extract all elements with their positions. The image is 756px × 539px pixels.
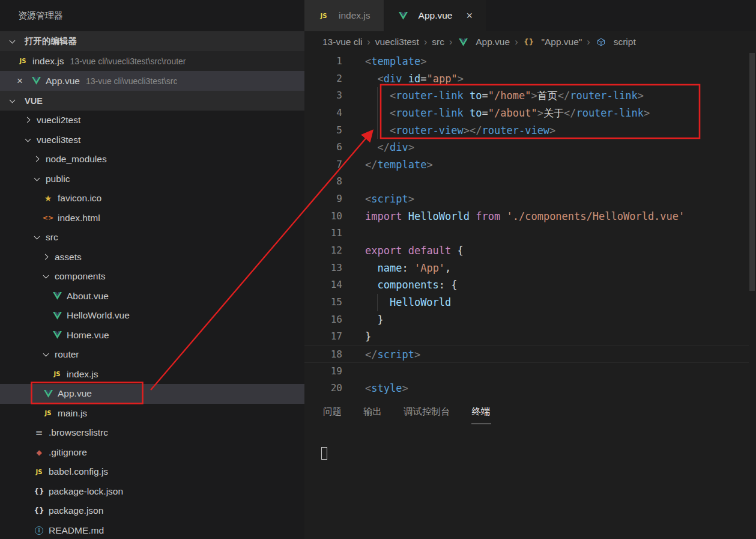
code-line[interactable]: 7</template> [304, 156, 749, 174]
list-icon: ≡ [33, 427, 45, 438]
code-line[interactable]: 6 </div> [304, 139, 749, 156]
tree-item-about-vue[interactable]: About.vue [0, 287, 304, 306]
breadcrumb-item-folder-13-vue-cli[interactable]: 13-vue cli [322, 37, 362, 47]
tree-item-assets[interactable]: assets [0, 248, 304, 267]
vue-icon [51, 291, 63, 302]
workspace-section-header[interactable]: VUE [0, 91, 304, 111]
code-editor[interactable]: 1<template>2 <div id="app">3 <router-lin… [304, 53, 749, 398]
tree-item-helloworld-vue[interactable]: HelloWorld.vue [0, 306, 304, 326]
line-number: 16 [304, 311, 342, 329]
code-text: <template> [365, 53, 426, 70]
tree-item-label: main.js [58, 408, 87, 419]
tree-item-readme-md[interactable]: iREADME.md [0, 521, 304, 539]
tree-item-home-vue[interactable]: Home.vue [0, 326, 304, 346]
code-line[interactable]: 19 [304, 363, 749, 380]
code-line[interactable]: 1<template> [304, 53, 749, 70]
code-line[interactable]: 14 components: { [304, 276, 749, 294]
tree-item-label: .browserslistrc [49, 427, 108, 438]
code-line[interactable]: 17} [304, 328, 749, 346]
tree-item-vuecli2test[interactable]: vuecli2test [0, 111, 304, 130]
tree-item-package-json[interactable]: {}package.json [0, 501, 304, 521]
breadcrumb-separator: › [424, 37, 427, 47]
tree-item-package-lock-json[interactable]: {}package-lock.json [0, 482, 304, 502]
code-line[interactable]: 20<style> [304, 380, 749, 397]
line-number: 19 [304, 363, 342, 380]
tree-item-label: router [55, 349, 79, 360]
code-text: <router-link to="/home">首页</router-link> [365, 87, 644, 105]
terminal-cursor [321, 447, 327, 460]
line-number: 15 [304, 294, 342, 311]
code-line[interactable]: 5 <router-view></router-view> [304, 122, 749, 139]
breadcrumb-label: vuecli3test [375, 37, 419, 47]
open-editor-item-index-js[interactable]: JSindex.js13-vue cli\vuecli3test\src\rou… [0, 51, 304, 71]
tree-item-node-modules[interactable]: node_modules [0, 150, 304, 169]
tree-item-index-html[interactable]: <>index.html [0, 209, 304, 228]
open-editors-header-label: 打开的编辑器 [25, 35, 77, 47]
line-number: 2 [304, 70, 342, 88]
line-number: 8 [304, 173, 342, 190]
code-line[interactable]: 12export default { [304, 242, 749, 260]
panel-tab-problems[interactable]: 问题 [322, 403, 342, 424]
code-line[interactable]: 9<script> [304, 190, 749, 208]
breadcrumb-label: App.vue [476, 37, 510, 47]
tree-item-src[interactable]: src [0, 228, 304, 248]
tree-item-app-vue[interactable]: App.vue [0, 384, 304, 404]
tree-item-babel-config-js[interactable]: JSbabel.config.js [0, 462, 304, 482]
breadcrumb-item-symbol-file[interactable]: {}"App.vue" [522, 37, 582, 47]
tree-item-label: package.json [49, 505, 103, 516]
breadcrumb-separator: › [587, 37, 590, 47]
breadcrumb-separator: › [449, 37, 452, 47]
tree-item-router[interactable]: router [0, 345, 304, 365]
tab-app-vue[interactable]: App.vue× [384, 0, 486, 31]
tree-item-label: index.html [58, 213, 100, 224]
tree-item-label: Home.vue [67, 330, 109, 341]
close-icon[interactable]: × [466, 10, 473, 22]
tree-item-components[interactable]: components [0, 267, 304, 287]
code-line[interactable]: 8 [304, 173, 749, 190]
code-line[interactable]: 11 [304, 225, 749, 242]
code-line[interactable]: 3 <router-link to="/home">首页</router-lin… [304, 87, 749, 105]
editor-scrollbar[interactable] [749, 53, 755, 291]
close-icon[interactable]: × [17, 75, 30, 87]
file-tree: vuecli2testvuecli3testnode_modulespublic… [0, 111, 304, 539]
code-text: } [365, 328, 371, 346]
json-icon: {} [33, 505, 45, 516]
line-number: 14 [304, 276, 342, 294]
panel-tab-output[interactable]: 输出 [363, 403, 383, 424]
code-line[interactable]: 10import HelloWorld from './components/H… [304, 208, 749, 225]
tree-item-favicon-ico[interactable]: ★favicon.ico [0, 189, 304, 209]
chevron-down-icon [24, 136, 34, 144]
breadcrumb-label: 13-vue cli [322, 37, 362, 47]
tree-item-label: About.vue [67, 291, 109, 302]
code-line[interactable]: 16 } [304, 311, 749, 329]
open-editor-item-app-vue[interactable]: ×App.vue13-vue cli\vuecli3test\src [0, 71, 304, 91]
breadcrumb-item-file-app-vue[interactable]: App.vue [457, 37, 510, 47]
js-icon: JS [17, 56, 29, 67]
code-line[interactable]: 18</script> [304, 346, 749, 363]
tree-item-vuecli3test[interactable]: vuecli3test [0, 130, 304, 150]
js-icon: JS [318, 10, 330, 21]
tab-index-js[interactable]: JSindex.js [304, 0, 384, 31]
info-icon: i [33, 525, 45, 536]
tree-item-public[interactable]: public [0, 169, 304, 189]
breadcrumb-item-folder-vuecli3test[interactable]: vuecli3test [375, 37, 419, 47]
code-line[interactable]: 13 name: 'App', [304, 260, 749, 277]
panel-tab-debug-console[interactable]: 调试控制台 [403, 403, 451, 424]
tree-item-gitignore[interactable]: ◆.gitignore [0, 443, 304, 463]
breadcrumb-item-folder-src[interactable]: src [432, 37, 444, 47]
tree-item-browserslistrc[interactable]: ≡.browserslistrc [0, 423, 304, 443]
code-line[interactable]: 4 <router-link to="/about">关于</router-li… [304, 105, 749, 122]
tree-item-label: .gitignore [49, 447, 87, 458]
code-line[interactable]: 15 HelloWorld [304, 294, 749, 311]
code-line[interactable]: 2 <div id="app"> [304, 70, 749, 88]
line-number: 10 [304, 208, 342, 225]
tree-item-label: vuecli3test [37, 135, 80, 145]
open-editors-section-header[interactable]: 打开的编辑器 [0, 31, 304, 51]
chevron-down-icon [33, 175, 43, 183]
tree-item-index-js[interactable]: JSindex.js [0, 365, 304, 385]
tree-item-label: index.js [67, 369, 98, 380]
terminal-panel[interactable] [304, 429, 756, 462]
panel-tab-terminal[interactable]: 终端 [471, 403, 491, 424]
breadcrumb-item-symbol-script[interactable]: script [595, 37, 636, 47]
tree-item-main-js[interactable]: JSmain.js [0, 404, 304, 424]
